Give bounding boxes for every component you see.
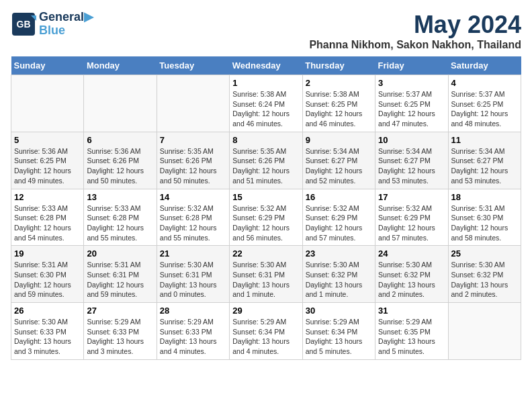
calendar-week-2: 5Sunrise: 5:36 AMSunset: 6:25 PMDaylight… (11, 132, 521, 189)
svg-text:GB: GB (17, 19, 31, 30)
day-info: Sunrise: 5:36 AMSunset: 6:25 PMDaylight:… (14, 146, 81, 186)
day-info: Sunrise: 5:32 AMSunset: 6:29 PMDaylight:… (306, 203, 372, 243)
calendar-cell: 30Sunrise: 5:29 AMSunset: 6:34 PMDayligh… (302, 303, 375, 360)
day-number: 27 (87, 306, 153, 316)
location-title: Phanna Nikhom, Sakon Nakhon, Thailand (309, 39, 521, 51)
day-number: 7 (160, 135, 226, 145)
calendar-week-1: 1Sunrise: 5:38 AMSunset: 6:24 PMDaylight… (11, 75, 521, 132)
day-info: Sunrise: 5:31 AMSunset: 6:30 PMDaylight:… (451, 203, 518, 243)
calendar-cell: 6Sunrise: 5:36 AMSunset: 6:26 PMDaylight… (84, 132, 157, 189)
day-info: Sunrise: 5:32 AMSunset: 6:29 PMDaylight:… (232, 203, 299, 243)
calendar-cell: 7Sunrise: 5:35 AMSunset: 6:26 PMDaylight… (157, 132, 229, 189)
calendar-cell: 22Sunrise: 5:30 AMSunset: 6:31 PMDayligh… (230, 246, 302, 303)
day-number: 25 (451, 248, 518, 259)
day-number: 17 (378, 192, 445, 202)
calendar-week-4: 19Sunrise: 5:31 AMSunset: 6:30 PMDayligh… (11, 246, 521, 303)
day-number: 18 (451, 192, 518, 202)
calendar-cell: 15Sunrise: 5:32 AMSunset: 6:29 PMDayligh… (230, 189, 302, 246)
day-info: Sunrise: 5:31 AMSunset: 6:31 PMDaylight:… (87, 260, 153, 300)
day-number: 15 (232, 192, 299, 202)
day-info: Sunrise: 5:36 AMSunset: 6:26 PMDaylight:… (87, 146, 153, 186)
calendar-cell: 25Sunrise: 5:30 AMSunset: 6:32 PMDayligh… (448, 246, 521, 303)
calendar-cell: 20Sunrise: 5:31 AMSunset: 6:31 PMDayligh… (84, 246, 157, 303)
header-tuesday: Tuesday (157, 56, 229, 75)
day-info: Sunrise: 5:33 AMSunset: 6:28 PMDaylight:… (87, 203, 153, 243)
day-info: Sunrise: 5:33 AMSunset: 6:28 PMDaylight:… (14, 203, 81, 243)
month-title: May 2024 (309, 11, 521, 39)
calendar-cell: 31Sunrise: 5:29 AMSunset: 6:35 PMDayligh… (375, 303, 448, 360)
calendar-cell (84, 75, 157, 132)
calendar-cell: 5Sunrise: 5:36 AMSunset: 6:25 PMDaylight… (11, 132, 84, 189)
header-wednesday: Wednesday (230, 56, 302, 75)
day-info: Sunrise: 5:30 AMSunset: 6:32 PMDaylight:… (306, 260, 372, 300)
day-number: 6 (87, 135, 153, 145)
calendar-cell: 19Sunrise: 5:31 AMSunset: 6:30 PMDayligh… (11, 246, 84, 303)
day-number: 11 (451, 135, 518, 145)
calendar-cell: 24Sunrise: 5:30 AMSunset: 6:32 PMDayligh… (375, 246, 448, 303)
calendar-cell (11, 75, 84, 132)
day-info: Sunrise: 5:37 AMSunset: 6:25 PMDaylight:… (378, 89, 445, 129)
calendar-cell: 4Sunrise: 5:37 AMSunset: 6:25 PMDaylight… (448, 75, 521, 132)
title-area: May 2024 Phanna Nikhom, Sakon Nakhon, Th… (309, 11, 521, 51)
calendar-cell: 12Sunrise: 5:33 AMSunset: 6:28 PMDayligh… (11, 189, 84, 246)
day-info: Sunrise: 5:29 AMSunset: 6:33 PMDaylight:… (87, 317, 153, 357)
header-thursday: Thursday (302, 56, 375, 75)
calendar-cell: 1Sunrise: 5:38 AMSunset: 6:24 PMDaylight… (230, 75, 302, 132)
day-info: Sunrise: 5:29 AMSunset: 6:35 PMDaylight:… (378, 317, 445, 357)
day-info: Sunrise: 5:35 AMSunset: 6:26 PMDaylight:… (160, 146, 226, 186)
calendar-cell (157, 75, 229, 132)
logo-arrow: ▶ (84, 10, 93, 24)
calendar-cell: 17Sunrise: 5:32 AMSunset: 6:29 PMDayligh… (375, 189, 448, 246)
logo-text-blue: Blue (39, 24, 93, 38)
header-sunday: Sunday (11, 56, 84, 75)
day-number: 12 (14, 192, 81, 202)
calendar-cell: 14Sunrise: 5:32 AMSunset: 6:28 PMDayligh… (157, 189, 229, 246)
day-number: 23 (306, 248, 372, 259)
calendar-cell: 11Sunrise: 5:34 AMSunset: 6:27 PMDayligh… (448, 132, 521, 189)
day-info: Sunrise: 5:30 AMSunset: 6:33 PMDaylight:… (14, 317, 81, 357)
page-header: GB General▶ Blue May 2024 Phanna Nikhom,… (11, 11, 521, 51)
logo-text-general: General (39, 10, 84, 24)
header-friday: Friday (375, 56, 448, 75)
day-number: 19 (14, 248, 81, 259)
calendar-cell: 10Sunrise: 5:34 AMSunset: 6:27 PMDayligh… (375, 132, 448, 189)
day-number: 22 (232, 248, 299, 259)
day-info: Sunrise: 5:29 AMSunset: 6:34 PMDaylight:… (232, 317, 299, 357)
day-number: 9 (306, 135, 372, 145)
calendar-cell: 2Sunrise: 5:38 AMSunset: 6:25 PMDaylight… (302, 75, 375, 132)
day-number: 4 (451, 78, 518, 88)
header-saturday: Saturday (448, 56, 521, 75)
day-info: Sunrise: 5:30 AMSunset: 6:31 PMDaylight:… (232, 260, 299, 300)
day-number: 26 (14, 306, 81, 316)
day-number: 1 (232, 78, 299, 88)
day-number: 3 (378, 78, 445, 88)
day-info: Sunrise: 5:32 AMSunset: 6:29 PMDaylight:… (378, 203, 445, 243)
calendar-cell: 9Sunrise: 5:34 AMSunset: 6:27 PMDaylight… (302, 132, 375, 189)
day-info: Sunrise: 5:30 AMSunset: 6:31 PMDaylight:… (160, 260, 226, 300)
day-info: Sunrise: 5:35 AMSunset: 6:26 PMDaylight:… (232, 146, 299, 186)
calendar-cell: 26Sunrise: 5:30 AMSunset: 6:33 PMDayligh… (11, 303, 84, 360)
calendar-cell: 23Sunrise: 5:30 AMSunset: 6:32 PMDayligh… (302, 246, 375, 303)
calendar-cell: 8Sunrise: 5:35 AMSunset: 6:26 PMDaylight… (230, 132, 302, 189)
day-info: Sunrise: 5:29 AMSunset: 6:33 PMDaylight:… (160, 317, 226, 357)
day-number: 13 (87, 192, 153, 202)
day-info: Sunrise: 5:30 AMSunset: 6:32 PMDaylight:… (451, 260, 518, 300)
day-number: 30 (306, 306, 372, 316)
calendar-cell: 27Sunrise: 5:29 AMSunset: 6:33 PMDayligh… (84, 303, 157, 360)
calendar-table: Sunday Monday Tuesday Wednesday Thursday… (11, 56, 521, 360)
day-info: Sunrise: 5:29 AMSunset: 6:34 PMDaylight:… (306, 317, 372, 357)
calendar-cell: 18Sunrise: 5:31 AMSunset: 6:30 PMDayligh… (448, 189, 521, 246)
day-info: Sunrise: 5:38 AMSunset: 6:24 PMDaylight:… (232, 89, 299, 129)
logo-icon: GB (11, 11, 36, 37)
calendar-header-row: Sunday Monday Tuesday Wednesday Thursday… (11, 56, 521, 75)
calendar-cell: 21Sunrise: 5:30 AMSunset: 6:31 PMDayligh… (157, 246, 229, 303)
day-info: Sunrise: 5:37 AMSunset: 6:25 PMDaylight:… (451, 89, 518, 129)
day-info: Sunrise: 5:30 AMSunset: 6:32 PMDaylight:… (378, 260, 445, 300)
day-number: 2 (306, 78, 372, 88)
day-number: 24 (378, 248, 445, 259)
header-monday: Monday (84, 56, 157, 75)
day-info: Sunrise: 5:34 AMSunset: 6:27 PMDaylight:… (306, 146, 372, 186)
calendar-cell: 28Sunrise: 5:29 AMSunset: 6:33 PMDayligh… (157, 303, 229, 360)
calendar-cell: 16Sunrise: 5:32 AMSunset: 6:29 PMDayligh… (302, 189, 375, 246)
day-info: Sunrise: 5:34 AMSunset: 6:27 PMDaylight:… (378, 146, 445, 186)
